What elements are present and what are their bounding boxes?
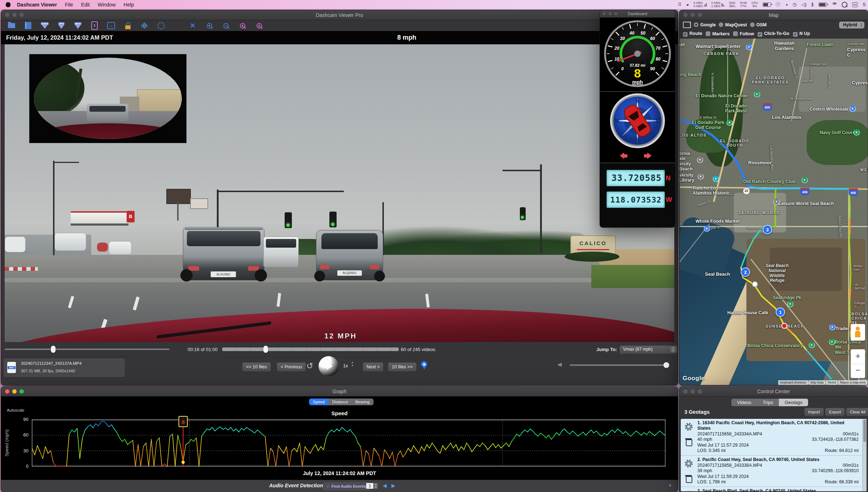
map-poi-pin[interactable] bbox=[829, 324, 836, 330]
network-monitor-1[interactable]: 0 KB/s0 KB/s bbox=[694, 1, 707, 8]
main-window-titlebar[interactable]: Dashcam Viewer Pro bbox=[1, 10, 678, 20]
map-toggle-markers[interactable]: Markers bbox=[706, 31, 729, 36]
device-button[interactable]: 1 bbox=[89, 21, 100, 30]
map-poi-pin[interactable] bbox=[773, 199, 780, 205]
map-poi-pin[interactable] bbox=[854, 129, 860, 136]
dashboard-titlebar[interactable]: Dashboard bbox=[600, 10, 675, 18]
map-poi-pin[interactable] bbox=[727, 120, 733, 126]
audio-next-button[interactable]: ▶ bbox=[391, 483, 395, 488]
audio-count-stepper[interactable]: ▲▼ bbox=[374, 483, 378, 489]
audio-count-input[interactable]: 1 bbox=[366, 483, 373, 489]
export-jpg-button[interactable]: JPG bbox=[56, 21, 67, 30]
dashcam-video-frame[interactable]: B CALICO bbox=[5, 44, 674, 342]
app-swirl-icon[interactable]: ◕ bbox=[686, 2, 689, 7]
map-toggle-route[interactable]: ✓Route bbox=[683, 31, 702, 37]
battery-icon-2[interactable] bbox=[819, 3, 827, 7]
map-poi-pin[interactable] bbox=[850, 106, 856, 112]
video-index-thumb[interactable] bbox=[263, 346, 268, 353]
tab-videos[interactable]: Videos bbox=[731, 399, 757, 406]
graph-titlebar[interactable]: Graph bbox=[1, 387, 678, 396]
zoom2-in-button[interactable]: 2 bbox=[237, 21, 248, 30]
window-controls[interactable] bbox=[603, 12, 617, 15]
volume-slider[interactable] bbox=[570, 364, 668, 366]
pip-camera-view[interactable]: 12 MPH bbox=[29, 54, 187, 143]
cpu-monitor[interactable]: CPU9% bbox=[751, 1, 758, 8]
next-button[interactable]: Next > bbox=[363, 362, 383, 372]
bluetooth-icon[interactable]: ᛒ bbox=[811, 2, 814, 7]
previous-button[interactable]: < Previous bbox=[277, 362, 306, 372]
ssd-monitor[interactable]: SSD38% bbox=[729, 1, 735, 8]
geotag-pin-button[interactable] bbox=[421, 361, 427, 367]
export-data-button[interactable]: DATA bbox=[39, 21, 50, 30]
share-icon[interactable]: → bbox=[683, 22, 691, 28]
map-route-marker-1[interactable]: 1 bbox=[776, 307, 785, 317]
map-poi-pin[interactable] bbox=[713, 176, 719, 182]
route-point[interactable] bbox=[752, 281, 758, 287]
map-toggle-click-to-go[interactable]: ✓Click-To-Go bbox=[758, 31, 789, 37]
geotag-list-item[interactable]: 3. Seal Beach Blvd, Seal Beach, CA 90740… bbox=[681, 487, 867, 492]
settings-gear-button[interactable] bbox=[155, 21, 166, 30]
rate-stepper[interactable]: ▲▼ bbox=[351, 361, 354, 367]
trash-icon[interactable] bbox=[686, 476, 692, 483]
time-slider[interactable] bbox=[5, 349, 170, 350]
movie-export-button[interactable]: → bbox=[106, 21, 117, 30]
contrast-icon[interactable]: ◑ bbox=[785, 2, 788, 7]
map-type-dropdown[interactable]: Hybrid ▲▼ bbox=[839, 22, 864, 28]
map-poi-pin[interactable] bbox=[787, 301, 793, 307]
map-titlebar[interactable]: Map bbox=[679, 10, 868, 20]
geotag-scrollbar[interactable] bbox=[862, 419, 867, 491]
tab-trips[interactable]: Trips bbox=[757, 399, 779, 406]
map-canvas[interactable]: ketWalmart SupercenterCARSON PARKHawaiia… bbox=[680, 39, 868, 385]
export-mov-button[interactable]: MOV bbox=[73, 21, 83, 30]
find-audio-events-button[interactable]: ✣ Find Audio Events bbox=[323, 482, 369, 490]
jump-to-dropdown[interactable]: Vmax (87 mph) ▲▼ bbox=[619, 345, 678, 354]
volume-icon[interactable]: ◁) bbox=[801, 2, 806, 7]
geotag-list-item[interactable]: 2. Pacific Coast Hwy, Seal Beach, CA 907… bbox=[681, 456, 867, 487]
play-button[interactable] bbox=[319, 356, 339, 376]
map-poi-pin[interactable] bbox=[802, 177, 808, 183]
time-slider-thumb[interactable] bbox=[51, 346, 56, 353]
audio-panel-collapse[interactable]: ▼ bbox=[668, 483, 672, 488]
zoom-in-button[interactable]: + bbox=[204, 21, 215, 30]
map-attribution-link[interactable]: Keyboard shortcuts bbox=[778, 380, 808, 385]
map-zoom-in[interactable]: + bbox=[851, 349, 865, 364]
apple-menu-icon[interactable] bbox=[6, 2, 10, 7]
zoom-out-button[interactable]: − bbox=[220, 21, 231, 30]
map-zoom-out[interactable]: − bbox=[851, 364, 865, 378]
map-poi-pin[interactable] bbox=[754, 91, 760, 97]
tab-distance[interactable]: Distance bbox=[328, 399, 352, 405]
forward-10-files-button[interactable]: 10 files >> bbox=[388, 362, 417, 372]
geotag-list-item[interactable]: 1. 16340 Pacific Coast Hwy, Huntington B… bbox=[681, 419, 867, 456]
replay-icon[interactable]: ↺ bbox=[306, 361, 313, 371]
control-center-titlebar[interactable]: Control Center bbox=[679, 387, 868, 396]
ram-monitor[interactable]: RAM77% bbox=[740, 1, 747, 8]
menu-help[interactable]: Help bbox=[124, 2, 134, 8]
map-attribution-link[interactable]: Report a map error bbox=[838, 380, 868, 385]
menu-edit[interactable]: Edit bbox=[81, 2, 90, 8]
fullscreen-button[interactable]: ✕ bbox=[187, 21, 198, 30]
clock-icon[interactable]: ◷ bbox=[793, 2, 797, 7]
tab-bearing[interactable]: Bearing bbox=[352, 399, 373, 405]
siri-icon[interactable]: S bbox=[863, 2, 866, 7]
app-grid-icon[interactable]: ⠿ bbox=[678, 2, 681, 7]
map-poi-pin[interactable] bbox=[698, 173, 704, 179]
battery-icon[interactable] bbox=[763, 3, 771, 7]
trash-icon[interactable] bbox=[686, 439, 692, 446]
window-controls[interactable] bbox=[5, 389, 24, 394]
back-10-files-button[interactable]: << 10 files bbox=[242, 362, 271, 372]
provider-osm[interactable]: OSM bbox=[750, 22, 767, 27]
map-toggle-follow[interactable]: Follow bbox=[733, 31, 754, 36]
provider-google[interactable]: Google bbox=[694, 22, 716, 27]
map-poi-pin[interactable] bbox=[704, 226, 710, 232]
tab-speed[interactable]: Speed bbox=[309, 399, 328, 405]
rotate-left-button[interactable] bbox=[620, 152, 627, 159]
map-attribution-link[interactable]: Terms bbox=[826, 380, 838, 385]
clear-all-button[interactable]: Clear All bbox=[846, 408, 868, 416]
tab-geotags[interactable]: Geotags bbox=[779, 399, 808, 406]
menu-file[interactable]: File bbox=[65, 2, 73, 8]
video-index-slider[interactable] bbox=[222, 347, 399, 351]
map-route-marker-2[interactable]: 2 bbox=[741, 267, 750, 277]
map-poi-pin[interactable] bbox=[829, 339, 835, 345]
map-poi-pin[interactable] bbox=[809, 342, 815, 348]
pegman-control[interactable] bbox=[851, 324, 865, 341]
